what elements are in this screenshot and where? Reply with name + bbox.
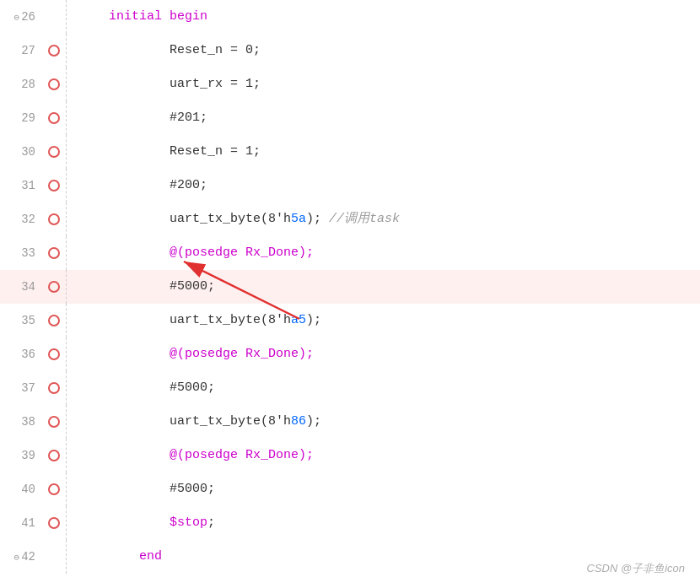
code-line-content: $stop;: [72, 506, 700, 540]
gutter-line: [66, 337, 67, 371]
breakpoint-dot[interactable]: [48, 315, 60, 326]
code-token: #201;: [78, 111, 207, 125]
gutter-line: [66, 67, 67, 101]
code-line-content: #5000;: [72, 371, 700, 405]
code-row: 34 #5000;: [0, 270, 700, 304]
code-token: = 0;: [230, 43, 261, 57]
gutter-line: [66, 135, 67, 169]
code-token: );: [306, 414, 321, 429]
code-token: end: [78, 549, 162, 564]
watermark: CSDN @子非鱼icon: [587, 560, 686, 578]
breakpoint-column: [42, 517, 66, 529]
gutter-line: [66, 304, 67, 337]
code-line-content: Reset_n = 1;: [72, 135, 700, 169]
code-token: (posedge Rx_Done);: [177, 448, 314, 462]
breakpoint-dot[interactable]: [48, 78, 60, 90]
code-token: = 1;: [230, 144, 261, 159]
code-row: 40 #5000;: [0, 472, 700, 506]
breakpoint-column: [42, 483, 66, 495]
gutter-line: [66, 371, 67, 405]
line-number: 34: [0, 278, 42, 296]
code-token: a5: [291, 313, 306, 327]
code-token: h: [283, 313, 291, 327]
breakpoint-column: [42, 348, 66, 360]
code-token: [78, 448, 170, 462]
code-line-content: @(posedge Rx_Done);: [72, 337, 700, 371]
code-line-content: @(posedge Rx_Done);: [72, 236, 700, 270]
breakpoint-dot[interactable]: [48, 348, 60, 360]
breakpoint-dot[interactable]: [48, 416, 60, 428]
code-token: [78, 347, 170, 361]
gutter-line: [66, 236, 67, 270]
breakpoint-column: [42, 281, 66, 293]
breakpoint-column: [42, 78, 66, 90]
code-line-content: uart_rx = 1;: [72, 67, 700, 101]
code-token: ;: [207, 515, 215, 530]
code-line-content: #200;: [72, 169, 700, 202]
code-line-content: Reset_n = 0;: [72, 34, 700, 67]
breakpoint-dot[interactable]: [48, 112, 60, 124]
code-token: Reset_n: [78, 43, 230, 57]
code-row: 27 Reset_n = 0;: [0, 34, 700, 67]
code-token: #5000;: [78, 482, 215, 496]
code-token: 86: [291, 414, 306, 429]
line-number: 32: [0, 210, 42, 229]
code-editor: ⊖26 initial begin27 Reset_n = 0;28 uart_…: [0, 0, 700, 588]
gutter-line: [66, 101, 67, 135]
line-number: 31: [0, 176, 42, 195]
gutter-line: [66, 405, 67, 439]
breakpoint-column: [42, 247, 66, 259]
code-row: 31 #200;: [0, 169, 700, 202]
code-token: initial: [78, 9, 170, 24]
breakpoint-column: [42, 180, 66, 192]
breakpoint-dot[interactable]: [48, 382, 60, 394]
line-number: 28: [0, 75, 42, 94]
breakpoint-dot[interactable]: [48, 247, 60, 259]
breakpoint-dot[interactable]: [48, 450, 60, 461]
code-row: ⊖26 initial begin: [0, 0, 700, 34]
code-row: 35 uart_tx_byte(8'ha5);: [0, 304, 700, 337]
code-token: #5000;: [78, 279, 215, 294]
breakpoint-column: [42, 45, 66, 57]
code-token: uart_tx_byte(8': [78, 414, 283, 429]
code-row: 28 uart_rx = 1;: [0, 67, 700, 101]
breakpoint-dot[interactable]: [48, 483, 60, 495]
code-token: uart_tx_byte(8': [78, 212, 283, 226]
code-token: h: [283, 212, 291, 226]
line-number: 27: [0, 41, 42, 60]
gutter-line: [66, 506, 67, 540]
code-line-content: #5000;: [72, 472, 700, 506]
code-token: [78, 515, 170, 530]
code-token: (posedge Rx_Done);: [177, 245, 314, 260]
breakpoint-dot[interactable]: [48, 281, 60, 293]
line-number: 39: [0, 446, 42, 465]
code-token: begin: [170, 9, 207, 24]
code-row: 33 @(posedge Rx_Done);: [0, 236, 700, 270]
code-token: @: [170, 245, 177, 260]
code-token: [78, 245, 170, 260]
gutter-line: [66, 439, 67, 472]
code-token: 5a: [291, 212, 306, 226]
code-token: );: [306, 212, 329, 226]
breakpoint-column: [42, 416, 66, 428]
code-token: #200;: [78, 178, 207, 192]
line-number: 38: [0, 413, 42, 431]
line-number: 41: [0, 514, 42, 532]
line-number: 30: [0, 143, 42, 161]
code-token: @: [170, 448, 177, 462]
breakpoint-dot[interactable]: [48, 45, 60, 57]
gutter-line: [66, 202, 67, 236]
code-token: uart_tx_byte(8': [78, 313, 283, 327]
gutter-line: [66, 540, 67, 574]
code-lines: ⊖26 initial begin27 Reset_n = 0;28 uart_…: [0, 0, 700, 574]
line-number: 37: [0, 379, 42, 397]
code-token: h: [283, 414, 291, 429]
breakpoint-dot[interactable]: [48, 213, 60, 225]
breakpoint-dot[interactable]: [48, 146, 60, 158]
code-token: #5000;: [78, 380, 215, 395]
code-token: (posedge Rx_Done);: [177, 347, 314, 361]
code-row: 41 $stop;: [0, 506, 700, 540]
code-row: 36 @(posedge Rx_Done);: [0, 337, 700, 371]
breakpoint-dot[interactable]: [48, 180, 60, 192]
breakpoint-dot[interactable]: [48, 517, 60, 529]
